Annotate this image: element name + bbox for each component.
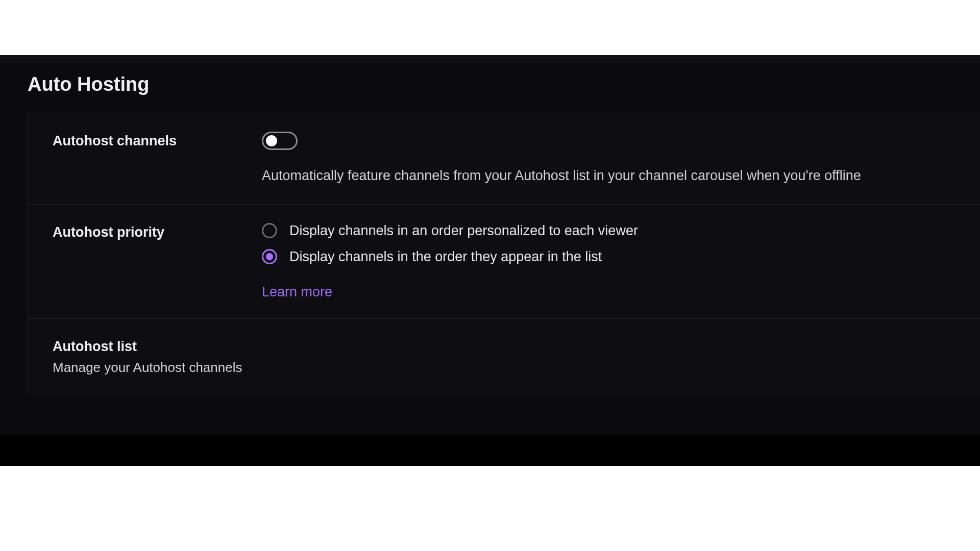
learn-more-link[interactable]: Learn more	[262, 284, 332, 300]
row-label-col: Autohost list Manage your Autohost chann…	[53, 337, 242, 375]
radio-label: Display channels in an order personalize…	[289, 223, 638, 239]
radio-icon	[262, 249, 277, 264]
autohost-channels-label: Autohost channels	[53, 132, 262, 151]
autohost-list-label: Autohost list	[53, 337, 242, 357]
autohost-priority-row: Autohost priority Display channels in an…	[28, 205, 980, 319]
autohost-list-sublabel: Manage your Autohost channels	[53, 360, 242, 375]
autohost-channels-row: Autohost channels Automatically feature …	[28, 113, 980, 205]
autohost-channels-description: Automatically feature channels from your…	[262, 166, 960, 186]
autohost-channels-toggle[interactable]	[262, 132, 298, 150]
row-label-col: Autohost priority	[53, 223, 262, 300]
radio-label: Display channels in the order they appea…	[289, 249, 602, 265]
autohost-priority-label: Autohost priority	[53, 223, 262, 242]
radio-icon	[262, 223, 277, 238]
top-whitespace	[0, 0, 980, 55]
row-label-col: Autohost channels	[53, 132, 262, 186]
row-content: Automatically feature channels from your…	[262, 132, 960, 186]
priority-option-list-order[interactable]: Display channels in the order they appea…	[262, 249, 960, 265]
section-title: Auto Hosting	[0, 68, 980, 113]
settings-panel: Autohost channels Automatically feature …	[28, 113, 980, 394]
top-dark-bar	[0, 55, 980, 63]
priority-option-personalized[interactable]: Display channels in an order personalize…	[262, 223, 960, 239]
bottom-black-bar	[0, 435, 980, 466]
autohost-list-row[interactable]: Autohost list Manage your Autohost chann…	[28, 319, 980, 394]
settings-region: Auto Hosting Autohost channels Automatic…	[0, 63, 980, 435]
toggle-knob	[266, 135, 277, 146]
row-content: Display channels in an order personalize…	[262, 223, 960, 300]
